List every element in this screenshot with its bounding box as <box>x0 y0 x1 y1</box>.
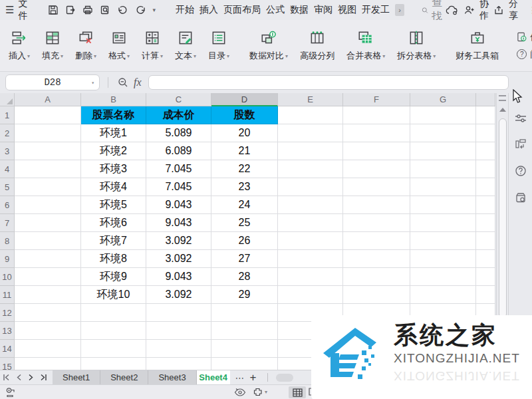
cell-F7[interactable] <box>343 214 410 232</box>
cell-C2[interactable]: 5.089 <box>146 124 211 142</box>
cell-A5[interactable] <box>15 178 81 196</box>
help-icon[interactable] <box>515 165 527 177</box>
cell-G1[interactable] <box>410 106 476 124</box>
cell[interactable] <box>476 106 495 124</box>
cell-D2[interactable]: 20 <box>211 124 278 142</box>
share-icon[interactable] <box>493 5 504 15</box>
row-header-1[interactable]: 1 <box>0 106 15 124</box>
cell-E9[interactable] <box>278 250 343 268</box>
column-header[interactable] <box>476 93 495 106</box>
hamburger-menu-icon[interactable]: ☰ <box>5 4 14 16</box>
vertical-scrollbar-thumb[interactable] <box>499 118 507 318</box>
split-handle[interactable] <box>499 95 506 101</box>
cell-E6[interactable] <box>278 196 343 214</box>
selection-mode-button[interactable]: ▾ <box>253 387 267 397</box>
cell-E10[interactable] <box>278 268 343 286</box>
row-header-11[interactable]: 11 <box>0 286 15 304</box>
row-header-13[interactable]: 13 <box>0 322 15 340</box>
cell-B12[interactable] <box>81 304 146 322</box>
cell-D5[interactable]: 23 <box>211 178 278 196</box>
more-sheets-icon[interactable]: ⋯ <box>235 370 245 384</box>
cell-E7[interactable] <box>278 214 343 232</box>
cell[interactable] <box>476 214 495 232</box>
cell-F8[interactable] <box>343 232 410 250</box>
add-sheet-icon[interactable]: + <box>250 370 257 384</box>
calculate-button[interactable]: 计算▾ <box>136 29 169 62</box>
row-header-14[interactable]: 14 <box>0 340 15 358</box>
row-header-9[interactable]: 9 <box>0 250 15 268</box>
cell[interactable] <box>476 232 495 250</box>
cell-C8[interactable]: 3.092 <box>146 232 211 250</box>
cell-B10[interactable]: 环境9 <box>81 268 146 286</box>
cell-B11[interactable]: 环境10 <box>81 286 146 304</box>
tab-formulas[interactable]: 公式 <box>266 4 285 16</box>
macro-record-icon[interactable] <box>5 387 17 398</box>
cloud-icon[interactable] <box>446 5 459 15</box>
cell-C12[interactable] <box>146 304 211 322</box>
cell-D3[interactable]: 21 <box>211 142 278 160</box>
visibility-icon[interactable] <box>234 387 246 397</box>
cell-B6[interactable]: 环境5 <box>81 196 146 214</box>
redo-icon[interactable] <box>135 5 146 15</box>
cell-A11[interactable] <box>15 286 81 304</box>
row-header-5[interactable]: 5 <box>0 178 15 196</box>
cell-A1[interactable] <box>15 106 81 124</box>
first-sheet-icon[interactable] <box>3 374 10 381</box>
cell-C15[interactable] <box>146 358 211 370</box>
cell-F1[interactable] <box>343 106 410 124</box>
cell-A12[interactable] <box>15 304 81 322</box>
sheet-tab-Sheet4[interactable]: Sheet4 <box>197 370 230 384</box>
data-compare-button[interactable]: 数据对比▾ <box>243 29 294 62</box>
cell-C4[interactable]: 7.045 <box>146 160 211 178</box>
export-icon[interactable] <box>65 5 76 15</box>
cell-A9[interactable] <box>15 250 81 268</box>
cell[interactable] <box>476 160 495 178</box>
cell-A14[interactable] <box>15 340 81 358</box>
column-header-B[interactable]: B <box>81 93 146 106</box>
cell-C14[interactable] <box>146 340 211 358</box>
cell-C6[interactable]: 9.043 <box>146 196 211 214</box>
cell-G9[interactable] <box>410 250 476 268</box>
cell-B13[interactable] <box>81 322 146 340</box>
cell-A2[interactable] <box>15 124 81 142</box>
normal-view-button[interactable] <box>289 386 306 398</box>
cell-C13[interactable] <box>146 322 211 340</box>
merge-tables-button[interactable]: 合并表格▾ <box>340 29 391 62</box>
cell-G11[interactable] <box>410 286 476 304</box>
cell-G7[interactable] <box>410 214 476 232</box>
cell-B4[interactable]: 环境3 <box>81 160 146 178</box>
row-header-8[interactable]: 8 <box>0 232 15 250</box>
cell-E4[interactable] <box>278 160 343 178</box>
tab-review[interactable]: 审阅 <box>314 4 332 16</box>
row-header-6[interactable]: 6 <box>0 196 15 214</box>
format-button[interactable]: 格式▾ <box>102 29 136 62</box>
cell-D15[interactable] <box>211 358 278 370</box>
tab-overflow-icon[interactable]: › <box>395 4 404 16</box>
cell-D8[interactable]: 26 <box>211 232 278 250</box>
cell-B3[interactable]: 环境2 <box>81 142 146 160</box>
cell[interactable] <box>476 286 495 304</box>
cell-B7[interactable]: 环境6 <box>81 214 146 232</box>
cell-E11[interactable] <box>278 286 343 304</box>
cell-B5[interactable]: 环境4 <box>81 178 146 196</box>
cell-B1[interactable]: 股票名称 <box>81 106 146 124</box>
share-label[interactable]: 分享 <box>509 0 518 22</box>
cell-F6[interactable] <box>343 196 410 214</box>
text-button[interactable]: 文本▾ <box>169 29 202 62</box>
cell-A7[interactable] <box>15 214 81 232</box>
feedback-link[interactable]: ? 问题反馈 <box>517 49 532 61</box>
cell[interactable] <box>476 124 495 142</box>
cell-D4[interactable]: 22 <box>211 160 278 178</box>
cell-B2[interactable]: 环境1 <box>81 124 146 142</box>
tab-page-layout[interactable]: 页面布局 <box>223 4 261 16</box>
tab-developer[interactable]: 开发工 <box>362 4 390 16</box>
advanced-split-button[interactable]: 高级分列 <box>294 29 340 62</box>
column-header-F[interactable]: F <box>343 93 410 106</box>
paste-panel-icon[interactable] <box>515 138 527 150</box>
cell-F9[interactable] <box>343 250 410 268</box>
cell-B9[interactable]: 环境8 <box>81 250 146 268</box>
cell-A6[interactable] <box>15 196 81 214</box>
cell-F4[interactable] <box>343 160 410 178</box>
cell-F2[interactable] <box>343 124 410 142</box>
cell-D11[interactable]: 29 <box>211 286 278 304</box>
